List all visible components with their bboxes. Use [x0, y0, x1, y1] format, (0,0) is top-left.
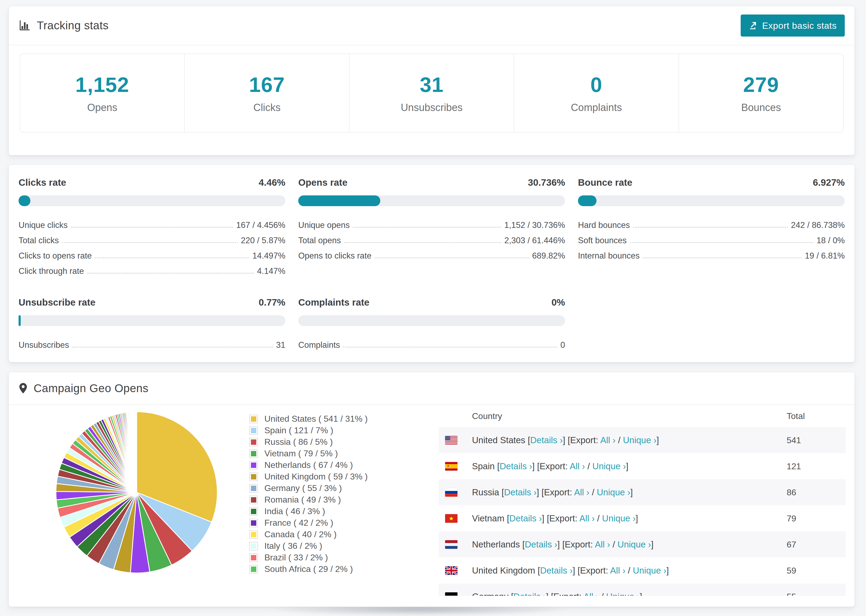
export-basic-stats-button[interactable]: Export basic stats [741, 14, 845, 36]
export-all-link[interactable]: All › [595, 539, 610, 549]
export-prefix: ] [Export: [542, 513, 579, 523]
progress-bar [298, 315, 565, 326]
export-unique-link[interactable]: Unique › [623, 435, 657, 445]
export-unique-link[interactable]: Unique › [592, 461, 626, 471]
rate-row-label: Unique clicks [19, 220, 68, 230]
geo-table-header: Country Total [439, 405, 846, 427]
page-title: Tracking stats [37, 19, 109, 32]
progress-bar [19, 315, 285, 326]
rate-row-value: 18 / 0% [817, 236, 845, 245]
pie-slice-63[interactable] [136, 412, 137, 492]
export-unique-link[interactable]: Unique › [597, 487, 630, 497]
legend-label: Russia ( 86 / 5% ) [265, 437, 333, 447]
progress-bar-fill [19, 195, 30, 206]
bracket: ] [651, 539, 653, 549]
rate-section-header: Complaints rate0% [298, 297, 565, 308]
rate-title: Opens rate [298, 177, 348, 188]
export-prefix: ] [Export: [532, 461, 570, 471]
export-unique-link[interactable]: Unique › [633, 566, 666, 575]
slash-separator: / [585, 461, 592, 471]
stat-strip: 1,152Opens167Clicks31Unsubscribes0Compla… [20, 53, 844, 132]
campaign-geo-card: Campaign Geo Opens United States ( 541 /… [9, 372, 855, 607]
legend-label: Spain ( 121 / 7% ) [265, 426, 333, 435]
flag-nl-icon [445, 540, 457, 549]
stat-value: 0 [590, 72, 602, 97]
rate-row-value: 19 / 6.81% [805, 251, 845, 261]
slash-separator: / [616, 435, 623, 445]
export-prefix: ] [Export: [537, 487, 574, 497]
progress-bar [19, 195, 285, 206]
stat-value: 1,152 [75, 72, 129, 97]
legend-label: Germany ( 55 / 3% ) [265, 483, 342, 493]
rate-row-value: 31 [276, 340, 285, 350]
table-row-vn: Vietnam [Details ›] [Export: All › / Uni… [439, 505, 846, 531]
details-link[interactable]: Details › [500, 461, 532, 471]
bracket: [ [507, 513, 509, 523]
rate-row: Complaints0 [298, 335, 565, 350]
country-name: United States [472, 435, 527, 445]
country-name: Netherlands [472, 539, 522, 549]
legend-item-romania: Romania ( 49 / 3% ) [249, 494, 368, 506]
details-link[interactable]: Details › [504, 487, 537, 497]
export-all-link[interactable]: All › [574, 487, 589, 497]
dotted-leader [95, 258, 249, 258]
dotted-leader [633, 227, 788, 228]
geo-title: Campaign Geo Opens [34, 382, 148, 395]
column-header-country: Country [472, 411, 502, 421]
bracket: [ [538, 566, 540, 575]
bracket: ] [630, 487, 633, 497]
country-cell: United Kingdom [Details ›] [Export: All … [472, 566, 669, 576]
dotted-leader [344, 242, 501, 243]
export-button-label: Export basic stats [762, 20, 837, 31]
progress-bar [298, 195, 565, 206]
rate-section-header: Clicks rate4.46% [19, 177, 285, 188]
rate-row-label: Total clicks [19, 236, 59, 245]
rate-row-label: Soft bounces [578, 236, 627, 245]
legend-swatch-icon [249, 415, 258, 423]
export-icon [749, 21, 758, 30]
rate-row-label: Opens to clicks rate [298, 251, 372, 261]
slash-separator: / [595, 513, 602, 523]
dotted-leader [353, 227, 501, 228]
rate-section-clicks-rate: Clicks rate4.46%Unique clicks167 / 4.456… [19, 177, 285, 276]
geo-table: Country Total United States [Details ›] … [439, 405, 846, 607]
dotted-leader [71, 227, 233, 228]
total-cell: 59 [787, 566, 796, 575]
country-name: United Kingdom [472, 566, 538, 575]
slash-separator: / [625, 566, 633, 575]
stat-label: Unsubscribes [401, 102, 463, 113]
rate-section-bounce-rate: Bounce rate6.927%Hard bounces242 / 86.73… [578, 177, 845, 276]
details-link[interactable]: Details › [540, 566, 573, 575]
export-unique-link[interactable]: Unique › [617, 539, 651, 549]
export-all-link[interactable]: All › [570, 461, 585, 471]
stat-cell-complaints: 0Complaints [514, 54, 679, 132]
rate-row-label: Clicks to opens rate [19, 251, 92, 261]
geo-opens-pie-chart[interactable] [53, 409, 220, 576]
export-all-link[interactable]: All › [579, 513, 595, 523]
slash-separator: / [589, 487, 597, 497]
rate-title: Bounce rate [578, 177, 632, 188]
rate-row: Clicks to opens rate14.497% [19, 245, 285, 261]
legend-swatch-icon [249, 484, 258, 493]
export-all-link[interactable]: All › [610, 566, 625, 575]
stat-cell-bounces: 279Bounces [679, 54, 843, 132]
progress-bar-fill [578, 195, 597, 206]
legend-swatch-icon [249, 426, 258, 435]
details-link[interactable]: Details › [525, 539, 557, 549]
rate-row-value: 0 [561, 340, 565, 350]
rate-row: Hard bounces242 / 86.738% [578, 215, 845, 230]
rate-title: Unsubscribe rate [19, 297, 96, 308]
bracket: [ [497, 461, 500, 471]
export-prefix: ] [Export: [573, 566, 610, 575]
details-link[interactable]: Details › [509, 513, 542, 523]
geo-body: United States ( 541 / 31% )Spain ( 121 /… [9, 405, 855, 607]
rate-value: 30.736% [528, 177, 565, 188]
country-cell: United States [Details ›] [Export: All ›… [472, 435, 659, 445]
details-link[interactable]: Details › [530, 435, 563, 445]
progress-bar-fill [19, 315, 21, 326]
export-unique-link[interactable]: Unique › [602, 513, 636, 523]
tracking-card-header: Tracking stats Export basic stats [9, 6, 855, 46]
stat-label: Complaints [571, 102, 622, 113]
rate-rows: Unique opens1,152 / 30.736%Total opens2,… [298, 215, 565, 261]
export-all-link[interactable]: All › [600, 435, 616, 445]
